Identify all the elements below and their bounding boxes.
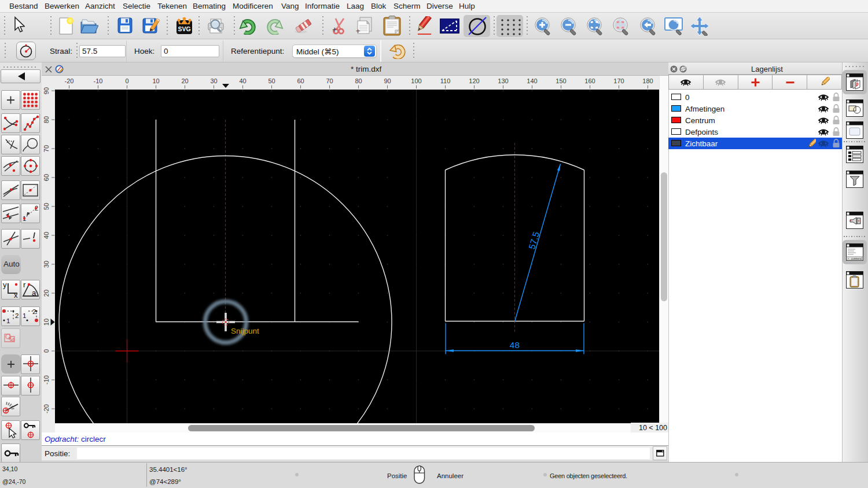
svg-text:-10: -10: [94, 77, 103, 84]
svg-text:< command: < command: [848, 257, 862, 260]
svg-text:+: +: [356, 27, 361, 35]
svg-text:40: 40: [43, 232, 50, 239]
svg-text:2: 2: [32, 308, 36, 315]
svg-text:140: 140: [527, 77, 537, 84]
svg-text:120: 120: [469, 77, 479, 84]
svg-text:30: 30: [43, 261, 50, 268]
svg-text:40: 40: [239, 77, 246, 84]
svg-text:60: 60: [297, 77, 304, 84]
svg-text:2: 2: [15, 312, 19, 319]
svg-text:150: 150: [556, 77, 566, 84]
svg-text:+: +: [332, 25, 337, 34]
svg-text:80: 80: [43, 116, 50, 123]
svg-text:-20: -20: [65, 77, 74, 84]
svg-text:90: 90: [384, 77, 391, 84]
svg-text:-10: -10: [43, 375, 50, 385]
svg-text:Snijpunt: Snijpunt: [231, 327, 259, 335]
svg-text:30: 30: [210, 77, 217, 84]
svg-text:r: r: [23, 280, 26, 289]
svg-text:-20: -20: [43, 404, 50, 413]
svg-text:100: 100: [411, 77, 421, 84]
svg-text:20: 20: [181, 77, 188, 84]
svg-text:10: 10: [152, 77, 159, 84]
svg-text:1: 1: [23, 312, 26, 319]
svg-text:60: 60: [43, 174, 50, 181]
svg-text:160: 160: [584, 77, 595, 84]
svg-text:130: 130: [498, 77, 508, 84]
svg-text:180: 180: [642, 77, 653, 84]
svg-text:70: 70: [326, 77, 333, 84]
svg-text:1: 1: [6, 317, 10, 324]
svg-text:x: x: [14, 291, 18, 300]
svg-text:90: 90: [43, 87, 50, 94]
svg-text:50: 50: [43, 203, 50, 210]
svg-text:10: 10: [43, 319, 50, 326]
svg-text:y: y: [3, 280, 7, 289]
svg-text:48: 48: [510, 340, 520, 350]
svg-text:70: 70: [43, 145, 50, 152]
svg-text:80: 80: [355, 77, 362, 84]
svg-text:110: 110: [440, 77, 451, 84]
svg-text:SVG: SVG: [178, 25, 190, 32]
svg-text:170: 170: [613, 77, 624, 84]
svg-text:0: 0: [125, 77, 128, 84]
svg-text:0: 0: [43, 349, 50, 353]
svg-text:50: 50: [268, 77, 275, 84]
svg-text:20: 20: [43, 290, 50, 297]
